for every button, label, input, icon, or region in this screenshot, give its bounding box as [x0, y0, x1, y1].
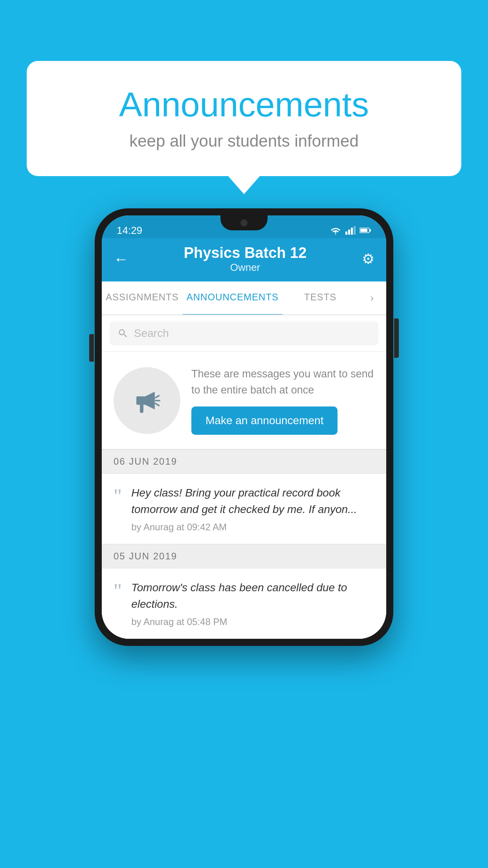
date-separator-2: 05 JUN 2019 — [102, 544, 386, 568]
phone-notch — [220, 215, 268, 230]
phone-screen: 14:29 — [102, 215, 386, 639]
svg-rect-7 — [136, 396, 145, 405]
speech-bubble-section: Announcements keep all your students inf… — [27, 61, 461, 176]
phone-outer-shell: 14:29 — [95, 208, 393, 646]
tab-tests[interactable]: TESTS — [283, 281, 358, 314]
camera-dot — [240, 219, 248, 226]
status-icons — [330, 226, 371, 235]
svg-rect-3 — [354, 226, 356, 235]
announcement-item-1[interactable]: " Hey class! Bring your practical record… — [102, 474, 386, 544]
phone-inner-shell: 14:29 — [102, 215, 386, 639]
promo-section: These are messages you want to send to t… — [102, 352, 386, 449]
promo-description: These are messages you want to send to t… — [191, 366, 374, 398]
announcement-meta-2: by Anurag at 05:48 PM — [131, 616, 374, 627]
quote-icon-2: " — [114, 579, 122, 601]
bubble-subtitle: keep all your students informed — [58, 132, 430, 151]
make-announcement-button[interactable]: Make an announcement — [191, 406, 338, 435]
settings-icon[interactable]: ⚙ — [362, 251, 374, 267]
announcement-content-1: Hey class! Bring your practical record b… — [131, 485, 374, 533]
speech-bubble-card: Announcements keep all your students inf… — [27, 61, 461, 176]
announcement-text-2: Tomorrow's class has been cancelled due … — [131, 579, 374, 612]
announcement-meta-1: by Anurag at 09:42 AM — [131, 522, 374, 533]
svg-rect-6 — [360, 229, 367, 232]
svg-line-10 — [156, 403, 159, 405]
announcement-item-2[interactable]: " Tomorrow's class has been cancelled du… — [102, 568, 386, 639]
promo-content: These are messages you want to send to t… — [191, 366, 374, 435]
search-container: Search — [102, 315, 386, 352]
announcement-icon-circle — [114, 367, 180, 434]
svg-rect-0 — [345, 232, 347, 235]
bubble-title: Announcements — [58, 85, 430, 125]
header-center: Physics Batch 12 Owner — [184, 245, 307, 274]
svg-rect-5 — [370, 229, 371, 232]
announcement-content-2: Tomorrow's class has been cancelled due … — [131, 579, 374, 627]
svg-rect-2 — [351, 228, 353, 235]
tab-assignments[interactable]: ASSIGNMENTS — [102, 281, 183, 314]
announcement-text-1: Hey class! Bring your practical record b… — [131, 485, 374, 518]
svg-line-8 — [156, 395, 159, 397]
svg-rect-1 — [348, 230, 350, 235]
back-button[interactable]: ← — [114, 251, 128, 268]
phone-mockup: 14:29 — [95, 208, 393, 646]
wifi-icon — [330, 226, 341, 235]
header-title: Physics Batch 12 — [184, 245, 307, 261]
search-icon — [117, 328, 128, 339]
tab-announcements[interactable]: ANNOUNCEMENTS — [183, 281, 283, 314]
quote-icon-1: " — [114, 485, 122, 507]
app-header: ← Physics Batch 12 Owner ⚙ — [102, 238, 386, 281]
tabs-bar: ASSIGNMENTS ANNOUNCEMENTS TESTS › — [102, 281, 386, 315]
battery-icon — [360, 227, 371, 234]
megaphone-icon — [129, 383, 165, 418]
signal-icon — [345, 226, 356, 235]
tab-more[interactable]: › — [358, 281, 386, 314]
search-input-wrapper[interactable]: Search — [110, 322, 378, 345]
status-time: 14:29 — [117, 224, 142, 237]
search-placeholder: Search — [134, 327, 169, 340]
header-subtitle: Owner — [184, 261, 307, 274]
date-separator-1: 06 JUN 2019 — [102, 449, 386, 474]
